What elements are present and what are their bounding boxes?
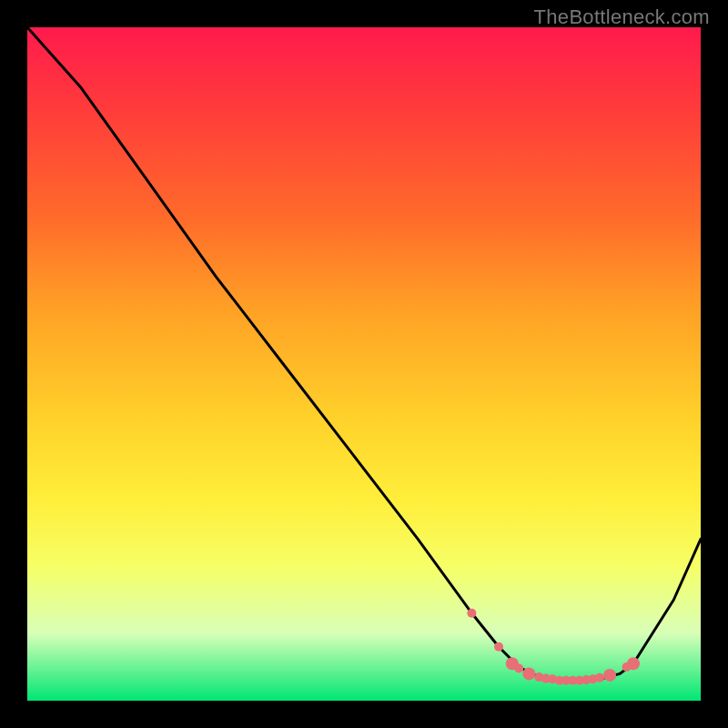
highlight-dot [595,673,604,682]
bottleneck-curve [27,27,701,681]
highlight-dot [494,642,503,652]
highlight-dots [467,609,640,685]
watermark-text: TheBottleneck.com [534,5,710,29]
highlight-dot [467,609,476,618]
highlight-dot [603,669,616,682]
highlight-dot [514,664,523,673]
chart-frame: TheBottleneck.com [0,0,728,728]
highlight-dot [522,667,535,680]
plot-area [27,27,701,701]
highlight-dot [627,657,640,670]
curve-layer [27,27,701,701]
